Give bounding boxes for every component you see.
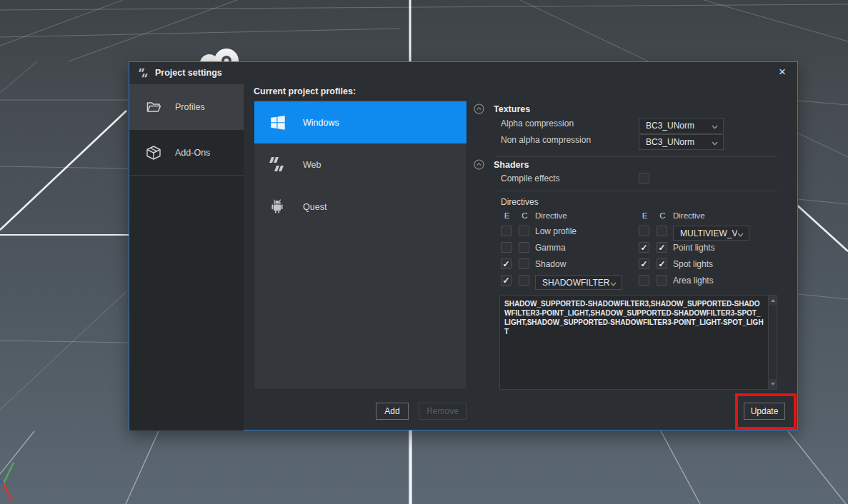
shadow-filter-select[interactable]: SHADOWFILTER3 xyxy=(535,275,622,290)
profile-item-web[interactable]: Web xyxy=(254,143,467,186)
directive-label: Point lights xyxy=(673,243,715,253)
app-logo-icon xyxy=(138,68,149,78)
directive-label: Shadow xyxy=(535,259,566,269)
close-icon[interactable]: × xyxy=(774,64,790,80)
directive-c-checkbox[interactable] xyxy=(519,258,529,269)
directive-e-checkbox[interactable] xyxy=(501,226,512,236)
shader-defines-textarea[interactable]: SHADOW_SUPPORTED-SHADOWFILTER3,SHADOW_SU… xyxy=(499,295,768,390)
web-logo-icon xyxy=(269,156,287,174)
update-button[interactable]: Update xyxy=(744,403,785,420)
directive-c-checkbox[interactable] xyxy=(519,275,529,286)
android-icon xyxy=(269,198,287,216)
directive-e-checkbox[interactable]: ✓ xyxy=(639,258,649,269)
chevron-down-icon xyxy=(712,119,718,132)
directive-e-checkbox[interactable] xyxy=(501,242,512,253)
sidebar-item-profiles[interactable]: Profiles xyxy=(129,84,244,130)
non-alpha-compression-select[interactable]: BC3_UNorm xyxy=(639,134,724,150)
scroll-down-icon[interactable] xyxy=(769,379,777,389)
collapse-chevron-icon[interactable] xyxy=(474,159,484,170)
directive-label: Low profile xyxy=(535,226,577,236)
directive-e-checkbox[interactable]: ✓ xyxy=(501,275,512,286)
directive-c-checkbox[interactable]: ✓ xyxy=(657,258,667,269)
chevron-down-icon xyxy=(737,227,744,240)
alpha-compression-label: Alpha compression xyxy=(501,119,574,128)
col-header-e: E xyxy=(501,211,513,220)
windows-logo-icon xyxy=(269,114,287,132)
directive-e-checkbox[interactable] xyxy=(639,226,649,236)
profile-item-windows[interactable]: Windows xyxy=(254,101,467,143)
col-header-directive: Directive xyxy=(673,211,705,220)
directive-e-checkbox[interactable]: ✓ xyxy=(639,242,649,253)
directive-c-checkbox[interactable]: ✓ xyxy=(657,242,667,253)
divider xyxy=(497,156,777,157)
col-header-c: C xyxy=(519,211,531,220)
section-header-textures: Textures xyxy=(474,104,530,114)
sidebar-item-label: Add-Ons xyxy=(175,148,210,158)
profiles-panel-header: Current project profiles: xyxy=(254,86,356,96)
col-header-c: C xyxy=(657,211,669,220)
folder-icon xyxy=(145,99,162,116)
section-header-shaders: Shaders xyxy=(474,159,529,170)
profile-item-label: Quest xyxy=(303,202,326,212)
directive-label: Area lights xyxy=(673,276,714,286)
alpha-compression-select[interactable]: BC3_UNorm xyxy=(639,118,724,133)
directives-label: Directives xyxy=(501,197,539,207)
directive-label: Gamma xyxy=(535,243,566,253)
project-settings-dialog: Project settings × Profiles A xyxy=(129,61,798,430)
col-header-directive: Directive xyxy=(535,211,567,220)
multiview-select[interactable]: MULTIVIEW_VI xyxy=(673,226,749,241)
directive-c-checkbox[interactable] xyxy=(657,226,667,236)
divider xyxy=(497,191,777,191)
remove-button[interactable]: Remove xyxy=(419,403,467,420)
directive-e-checkbox[interactable]: ✓ xyxy=(501,258,512,269)
non-alpha-compression-label: Non alpha compression xyxy=(501,135,591,145)
sidebar-item-label: Profiles xyxy=(175,102,205,112)
textarea-scrollbar[interactable] xyxy=(768,295,777,390)
compile-effects-label: Compile effects xyxy=(501,173,559,183)
chevron-down-icon xyxy=(610,276,617,289)
dialog-titlebar: Project settings × xyxy=(129,62,797,84)
settings-sidebar: Profiles Add-Ons xyxy=(129,84,244,430)
directive-c-checkbox[interactable] xyxy=(519,226,529,236)
profile-item-label: Windows xyxy=(303,118,339,128)
directive-e-checkbox[interactable] xyxy=(639,275,649,286)
directive-c-checkbox[interactable] xyxy=(657,275,667,286)
add-button[interactable]: Add xyxy=(376,403,409,420)
dialog-title: Project settings xyxy=(155,68,222,78)
compile-effects-checkbox[interactable] xyxy=(639,173,649,183)
directive-label: Spot lights xyxy=(673,259,713,269)
axis-gizmo-icon xyxy=(0,463,14,501)
directive-c-checkbox[interactable] xyxy=(519,242,529,253)
scroll-up-icon[interactable] xyxy=(769,296,777,306)
profile-list: Windows Web xyxy=(254,99,467,390)
chevron-down-icon xyxy=(712,136,718,148)
package-icon xyxy=(145,144,162,161)
profile-item-quest[interactable]: Quest xyxy=(254,186,467,228)
collapse-chevron-icon[interactable] xyxy=(474,104,484,114)
profile-item-label: Web xyxy=(303,160,321,170)
col-header-e: E xyxy=(639,211,651,220)
sidebar-item-addons[interactable]: Add-Ons xyxy=(129,130,244,176)
